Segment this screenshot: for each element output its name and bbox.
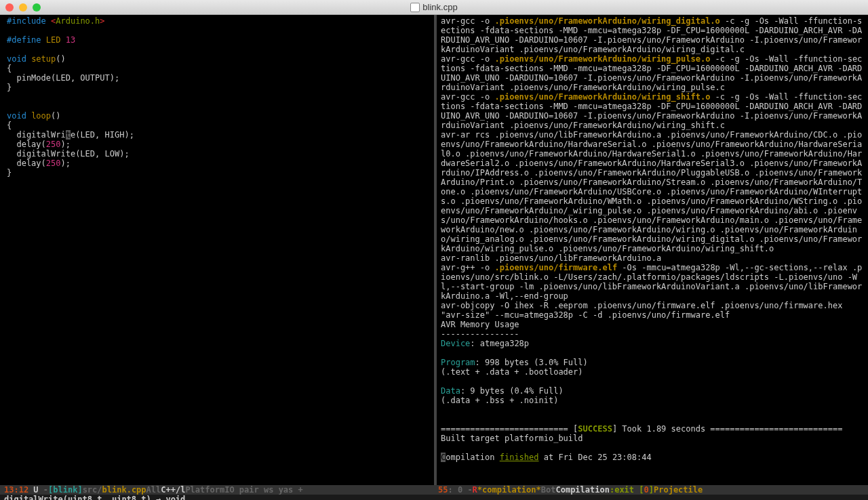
mem-title: AVR Memory Usage (441, 320, 864, 329)
compile-line: avr-ranlib .pioenvs/uno/libFrameworkArdu… (441, 253, 864, 263)
minibuffer[interactable]: digitalWrite(uint8_t, uint8_t) → void (0, 495, 868, 500)
compile-line: avr-g++ -o .pioenvs/uno/firmware.elf -Os… (441, 263, 864, 301)
modeline-row: 13:12 U - [blink] src/ blink.cpp All C++… (0, 485, 868, 495)
program-line: Program: 998 bytes (3.0% Full) (441, 358, 864, 367)
title-text: blink.cpp (422, 3, 457, 12)
text-cursor: t (66, 130, 71, 140)
compile-line: avr-gcc -o .pioenvs/uno/FrameworkArduino… (441, 16, 864, 54)
program-sub: (.text + .data + .bootloader) (441, 367, 864, 377)
mem-dash: ---------------- (441, 329, 864, 339)
compilation-pane[interactable]: avr-gcc -o .pioenvs/uno/FrameworkArduino… (434, 15, 868, 485)
window-titlebar: blink.cpp (0, 0, 868, 15)
compile-line: avr-ar rcs .pioenvs/uno/libFrameworkArdu… (441, 130, 864, 253)
device-line: Device: atmega328p (441, 339, 864, 348)
window-title: blink.cpp (0, 3, 868, 12)
data-line: Data: 9 bytes (0.4% Full) (441, 386, 864, 396)
finished-line: Compilation finished at Fri Dec 25 23:08… (441, 453, 864, 462)
left-modeline: 13:12 U - [blink] src/ blink.cpp All C++… (0, 485, 434, 495)
success-line: ========================== [SUCCESS] Too… (441, 424, 864, 434)
file-icon (410, 3, 420, 12)
compile-line: avr-objcopy -O ihex -R .eeprom .pioenvs/… (441, 301, 864, 310)
compile-line: "avr-size" --mcu=atmega328p -C -d .pioen… (441, 310, 864, 320)
compile-line: avr-gcc -o .pioenvs/uno/FrameworkArduino… (441, 54, 864, 92)
compile-line: avr-gcc -o .pioenvs/uno/FrameworkArduino… (441, 92, 864, 130)
built-line: Built target platformio_build (441, 434, 864, 443)
right-modeline: 55 : 0 - R *compilation* Bot Compilation… (434, 485, 868, 495)
code-editor-pane[interactable]: #include <Arduino.h> #define LED 13 void… (0, 15, 434, 485)
data-sub: (.data + .bss + .noinit) (441, 396, 864, 405)
